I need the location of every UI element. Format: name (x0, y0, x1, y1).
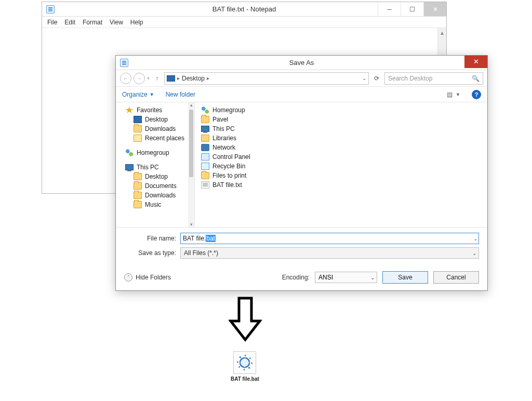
network-icon (201, 144, 209, 151)
tree-fav-downloads[interactable]: Downloads (116, 124, 194, 133)
folder-icon (201, 172, 209, 179)
saveas-nav-bar: ← → ▾ ↑ ▸ Desktop ▸ ⌄ ⟳ Search Desktop 🔍 (116, 70, 487, 87)
search-input[interactable]: Search Desktop 🔍 (384, 72, 483, 85)
text-file-icon (201, 181, 209, 189)
recent-icon (134, 135, 142, 142)
notepad-menubar: File Edit Format View Help (42, 17, 446, 28)
result-filename: BAT file.bat (231, 376, 259, 382)
search-placeholder: Search Desktop (388, 75, 432, 82)
saveas-app-icon (120, 59, 128, 67)
cancel-button[interactable]: Cancel (433, 271, 479, 284)
tree-homegroup[interactable]: Homegroup (116, 148, 194, 157)
new-folder-button[interactable]: New folder (166, 91, 195, 98)
scroll-thumb[interactable] (189, 110, 193, 177)
libraries-icon (201, 135, 209, 142)
saveas-toolbar: Organize ▼ New folder ▤ ▼ ? (116, 87, 487, 102)
folder-icon (134, 173, 142, 180)
menu-view[interactable]: View (110, 19, 123, 26)
tree-fav-recent[interactable]: Recent places (116, 133, 194, 143)
filename-text-prefix: BAT file. (183, 235, 206, 242)
breadcrumb-location[interactable]: Desktop (182, 75, 205, 82)
hide-folders-label: Hide Folders (136, 274, 171, 281)
notepad-titlebar[interactable]: BAT file.txt - Notepad ─ ☐ ✕ (42, 2, 446, 17)
menu-format[interactable]: Format (83, 19, 102, 26)
view-options-button[interactable]: ▤ ▼ (447, 91, 460, 98)
saveas-title: Save As (116, 59, 487, 66)
tree-fav-desktop[interactable]: Desktop (116, 115, 194, 124)
chevron-down-icon: ▼ (456, 92, 460, 97)
menu-file[interactable]: File (47, 19, 57, 26)
filename-label: File name: (124, 235, 176, 242)
list-item[interactable]: Files to print (199, 171, 483, 180)
encoding-value: ANSI (318, 274, 333, 281)
save-as-dialog: Save As ✕ ← → ▾ ↑ ▸ Desktop ▸ ⌄ ⟳ Search… (115, 55, 488, 291)
minimize-button[interactable]: ─ (378, 2, 401, 16)
chevron-up-icon: ˄ (124, 273, 132, 282)
folder-icon (134, 125, 142, 132)
chevron-right-icon[interactable]: ▸ (177, 75, 180, 81)
saveas-fields: File name: BAT file.bat ⌄ Save as type: … (116, 227, 487, 265)
encoding-combo[interactable]: ANSI ⌄ (315, 272, 377, 283)
file-list[interactable]: Homegroup Pavel This PC Libraries Networ… (195, 102, 487, 227)
notepad-app-icon (46, 5, 55, 14)
close-button[interactable]: ✕ (423, 2, 446, 16)
list-item[interactable]: Recycle Bin (199, 162, 483, 171)
list-item[interactable]: BAT file.txt (199, 180, 483, 190)
down-arrow-icon (229, 296, 262, 344)
user-folder-icon (201, 116, 209, 123)
gear-icon (238, 356, 251, 369)
scroll-up-icon[interactable]: ▴ (438, 28, 446, 37)
tree-thispc[interactable]: This PC (116, 163, 194, 172)
folder-icon (134, 201, 142, 208)
list-item[interactable]: Homegroup (199, 105, 483, 115)
filename-input[interactable]: BAT file.bat ⌄ (180, 233, 479, 244)
folder-icon (134, 182, 142, 190)
tree-pc-documents[interactable]: Documents (116, 181, 194, 191)
tree-scrollbar[interactable] (188, 102, 194, 227)
chevron-down-icon[interactable]: ⌄ (473, 236, 477, 242)
chevron-down-icon: ▼ (150, 92, 154, 97)
homegroup-icon (201, 106, 209, 114)
hide-folders-button[interactable]: ˄ Hide Folders (124, 273, 171, 282)
star-icon (125, 106, 134, 114)
organize-label: Organize (122, 91, 148, 98)
list-item[interactable]: Libraries (199, 133, 483, 143)
list-item[interactable]: Network (199, 143, 483, 152)
saveas-close-button[interactable]: ✕ (464, 56, 487, 68)
nav-back-button[interactable]: ← (120, 73, 131, 84)
help-button[interactable]: ? (472, 90, 481, 99)
bat-file-icon[interactable] (233, 351, 256, 374)
thispc-icon (167, 75, 175, 82)
menu-edit[interactable]: Edit (64, 19, 75, 26)
recent-locations-icon[interactable]: ▾ (147, 75, 150, 81)
tree-pc-music[interactable]: Music (116, 200, 194, 209)
breadcrumb-bar[interactable]: ▸ Desktop ▸ ⌄ (164, 72, 369, 85)
chevron-right-icon[interactable]: ▸ (207, 75, 209, 81)
save-button[interactable]: Save (382, 271, 428, 284)
chevron-down-icon: ⌄ (472, 250, 476, 256)
saveas-titlebar[interactable]: Save As ✕ (116, 56, 487, 70)
savetype-label: Save as type: (124, 249, 176, 257)
thispc-icon (125, 164, 134, 170)
organize-button[interactable]: Organize ▼ (122, 91, 154, 98)
chevron-down-icon[interactable]: ⌄ (362, 75, 366, 81)
refresh-button[interactable]: ⟳ (371, 73, 382, 84)
list-item[interactable]: Control Panel (199, 152, 483, 162)
nav-up-button[interactable]: ↑ (152, 73, 162, 84)
homegroup-icon (125, 149, 134, 156)
nav-forward-button[interactable]: → (134, 73, 145, 84)
savetype-value: All Files (*.*) (184, 249, 218, 257)
tree-favorites[interactable]: Favorites (116, 105, 194, 115)
list-item[interactable]: Pavel (199, 115, 483, 124)
list-item[interactable]: This PC (199, 124, 483, 133)
maximize-button[interactable]: ☐ (401, 2, 423, 16)
thispc-icon (201, 126, 209, 132)
tree-pc-downloads[interactable]: Downloads (116, 191, 194, 200)
chevron-down-icon: ⌄ (370, 275, 375, 280)
control-panel-icon (201, 153, 209, 161)
navigation-tree: Favorites Desktop Downloads Recent place… (116, 102, 195, 227)
tree-pc-desktop[interactable]: Desktop (116, 172, 194, 181)
view-icon: ▤ (447, 91, 453, 98)
menu-help[interactable]: Help (130, 19, 143, 26)
savetype-combo[interactable]: All Files (*.*) ⌄ (180, 247, 479, 259)
